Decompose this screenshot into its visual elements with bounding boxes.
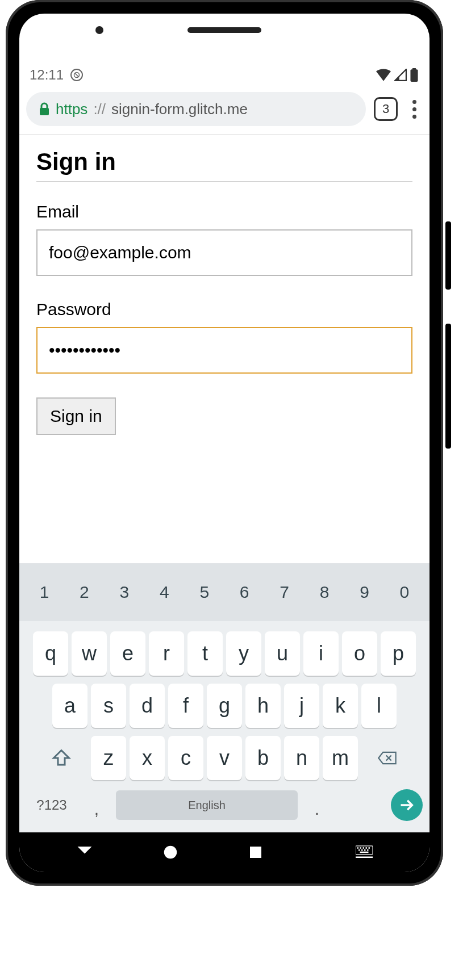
- phone-side-button: [445, 221, 451, 290]
- enter-key[interactable]: [391, 789, 423, 821]
- status-time: 12:11: [30, 67, 64, 83]
- key-u[interactable]: u: [265, 631, 300, 676]
- key-t[interactable]: t: [187, 631, 223, 676]
- svg-rect-21: [356, 857, 373, 858]
- key-p[interactable]: p: [381, 631, 416, 676]
- keyboard-bottom-row: ?123 , English .: [23, 788, 426, 822]
- sign-in-button[interactable]: Sign in: [36, 397, 116, 435]
- key-5[interactable]: 5: [185, 570, 224, 614]
- key-z[interactable]: z: [91, 736, 126, 780]
- key-0[interactable]: 0: [385, 570, 424, 614]
- key-v[interactable]: v: [207, 736, 242, 780]
- svg-rect-20: [360, 852, 368, 853]
- key-6[interactable]: 6: [225, 570, 264, 614]
- svg-rect-3: [412, 68, 416, 70]
- browser-toolbar: https://signin-form.glitch.me 3: [19, 86, 430, 135]
- comma-key[interactable]: ,: [83, 788, 110, 822]
- tab-switcher-button[interactable]: 3: [374, 97, 398, 121]
- password-field[interactable]: [36, 327, 412, 374]
- key-y[interactable]: y: [226, 631, 261, 676]
- svg-rect-14: [365, 847, 367, 849]
- key-c[interactable]: c: [168, 736, 203, 780]
- key-l[interactable]: l: [361, 684, 397, 728]
- on-screen-keyboard: 1234567890 qwertyuiop asdfghjkl zxcvbnm …: [19, 563, 430, 832]
- phone-frame: 12:11: [6, 0, 443, 886]
- backspace-key[interactable]: [361, 736, 414, 780]
- key-2[interactable]: 2: [65, 570, 103, 614]
- period-key[interactable]: .: [303, 788, 331, 822]
- phone-side-button: [445, 324, 451, 449]
- key-s[interactable]: s: [91, 684, 126, 728]
- android-nav-bar: [19, 832, 430, 872]
- key-h[interactable]: h: [245, 684, 281, 728]
- do-not-disturb-icon: [70, 69, 83, 81]
- key-r[interactable]: r: [149, 631, 184, 676]
- wifi-icon: [376, 69, 391, 81]
- tab-count: 3: [382, 102, 389, 116]
- nav-recents-button[interactable]: [239, 844, 273, 861]
- key-4[interactable]: 4: [145, 570, 184, 614]
- svg-rect-17: [361, 849, 363, 851]
- svg-line-1: [75, 73, 78, 77]
- space-key[interactable]: English: [116, 790, 298, 820]
- email-field[interactable]: [36, 229, 412, 276]
- svg-rect-12: [360, 847, 361, 849]
- key-o[interactable]: o: [342, 631, 377, 676]
- svg-point-8: [164, 846, 177, 859]
- nav-home-button[interactable]: [153, 844, 187, 861]
- key-7[interactable]: 7: [265, 570, 304, 614]
- svg-rect-15: [368, 847, 370, 849]
- keyboard-row: asdfghjkl: [23, 684, 426, 728]
- page-content: Sign in Email Password Sign in: [19, 135, 430, 563]
- cell-signal-icon: [394, 69, 407, 81]
- url-scheme: https: [56, 100, 87, 118]
- key-f[interactable]: f: [168, 684, 203, 728]
- key-i[interactable]: i: [303, 631, 339, 676]
- svg-rect-4: [40, 108, 49, 115]
- battery-icon: [410, 68, 418, 82]
- key-9[interactable]: 9: [345, 570, 384, 614]
- phone-camera: [95, 26, 103, 34]
- key-m[interactable]: m: [323, 736, 358, 780]
- key-x[interactable]: x: [130, 736, 165, 780]
- key-e[interactable]: e: [110, 631, 145, 676]
- overflow-menu-button[interactable]: [406, 98, 423, 121]
- keyboard-row: qwertyuiop: [23, 631, 426, 676]
- key-1[interactable]: 1: [25, 570, 64, 614]
- key-g[interactable]: g: [207, 684, 242, 728]
- key-q[interactable]: q: [33, 631, 68, 676]
- phone-speaker: [187, 27, 261, 33]
- lock-icon: [39, 102, 50, 116]
- address-bar[interactable]: https://signin-form.glitch.me: [26, 92, 366, 126]
- key-8[interactable]: 8: [305, 570, 344, 614]
- svg-rect-16: [358, 849, 360, 851]
- keyboard-row: zxcvbnm: [23, 736, 426, 780]
- keyboard-mode-key[interactable]: ?123: [26, 788, 77, 822]
- svg-rect-2: [410, 69, 418, 82]
- key-d[interactable]: d: [130, 684, 165, 728]
- svg-rect-18: [364, 849, 366, 851]
- password-label: Password: [36, 300, 412, 319]
- svg-rect-11: [357, 847, 358, 849]
- nav-back-button[interactable]: [68, 844, 102, 861]
- svg-rect-13: [362, 847, 364, 849]
- key-a[interactable]: a: [52, 684, 87, 728]
- status-bar: 12:11: [19, 64, 430, 86]
- svg-rect-9: [250, 847, 261, 858]
- email-label: Email: [36, 202, 412, 221]
- key-k[interactable]: k: [323, 684, 358, 728]
- shift-key[interactable]: [35, 736, 87, 780]
- url-host: signin-form.glitch.me: [111, 100, 248, 118]
- keyboard-number-row: 1234567890: [19, 563, 430, 621]
- key-b[interactable]: b: [245, 736, 281, 780]
- page-title: Sign in: [36, 148, 412, 182]
- key-w[interactable]: w: [72, 631, 107, 676]
- key-n[interactable]: n: [284, 736, 319, 780]
- key-3[interactable]: 3: [105, 570, 144, 614]
- url-separator: ://: [93, 100, 106, 118]
- nav-keyboard-button[interactable]: [347, 844, 381, 861]
- svg-rect-19: [367, 849, 369, 851]
- key-j[interactable]: j: [284, 684, 319, 728]
